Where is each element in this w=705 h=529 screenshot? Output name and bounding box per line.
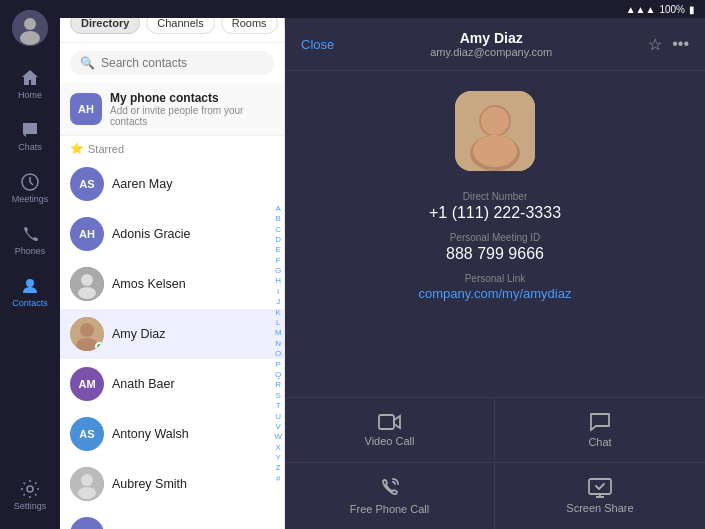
detail-header: Close Amy Diaz amy.diaz@company.com ☆ ••… xyxy=(285,18,705,71)
list-item[interactable]: Amos Kelsen xyxy=(60,259,284,309)
svg-point-2 xyxy=(20,31,40,45)
svg-rect-21 xyxy=(589,479,611,494)
direct-number-label: Direct Number xyxy=(429,191,561,202)
contact-name: Adonis Gracie xyxy=(112,227,191,241)
avatar: AH xyxy=(70,217,104,251)
meeting-id-label: Personal Meeting ID xyxy=(446,232,544,243)
more-options-icon[interactable]: ••• xyxy=(672,35,689,53)
contact-list: AS Aaren May AH Adonis Gracie Amos Kelse… xyxy=(60,159,284,529)
contact-name: Amy Diaz xyxy=(112,327,165,341)
personal-link-value[interactable]: company.com/my/amydiaz xyxy=(419,286,572,301)
svg-point-13 xyxy=(81,474,93,486)
list-item[interactable]: AM Anath Baer xyxy=(60,359,284,409)
favorite-icon[interactable]: ☆ xyxy=(648,35,662,54)
nav-label-chats: Chats xyxy=(18,142,42,152)
phone-contacts-avatar: AH xyxy=(70,93,102,125)
contact-title-area: Amy Diaz amy.diaz@company.com xyxy=(334,30,648,58)
personal-link-label: Personal Link xyxy=(419,273,572,284)
screen-share-label: Screen Share xyxy=(566,502,633,514)
avatar: AM xyxy=(70,367,104,401)
phone-contacts-banner[interactable]: AH My phone contacts Add or invite peopl… xyxy=(60,83,284,136)
nav-label-contacts: Contacts xyxy=(12,298,48,308)
nav-label-meetings: Meetings xyxy=(12,194,49,204)
avatar: AS xyxy=(70,417,104,451)
status-bar: ▲▲▲ 100% ▮ xyxy=(60,0,705,18)
avatar xyxy=(70,317,104,351)
list-item[interactable]: AH Adonis Gracie xyxy=(60,209,284,259)
contact-name: Antony Walsh xyxy=(112,427,189,441)
svg-point-14 xyxy=(78,487,96,499)
chat-button[interactable]: Chat xyxy=(495,398,705,463)
avatar xyxy=(70,267,104,301)
profile-photo xyxy=(455,91,535,171)
phone-contacts-subtitle: Add or invite people from your contacts xyxy=(110,105,274,127)
list-item[interactable]: AS Aaren May xyxy=(60,159,284,209)
detail-panel: Close Amy Diaz amy.diaz@company.com ☆ ••… xyxy=(285,0,705,529)
list-item[interactable]: AS Antony Walsh xyxy=(60,409,284,459)
list-item[interactable]: AA Archer Edward xyxy=(60,509,284,529)
alphabet-index: A B C D E F G H I J K L M N O P Q R S T … xyxy=(274,159,282,529)
avatar xyxy=(70,467,104,501)
contact-name: Aubrey Smith xyxy=(112,477,187,491)
nav-item-chats[interactable]: Chats xyxy=(0,112,60,160)
profile-info: Direct Number +1 (111) 222-3333 Personal… xyxy=(305,191,685,301)
contact-name: Aaren May xyxy=(112,177,172,191)
nav-item-phones[interactable]: Phones xyxy=(0,216,60,264)
svg-point-10 xyxy=(80,323,94,337)
profile-section: Direct Number +1 (111) 222-3333 Personal… xyxy=(285,71,705,397)
avatar: AA xyxy=(70,517,104,529)
meeting-id-value: 888 799 9666 xyxy=(446,245,544,263)
nav-item-contacts[interactable]: Contacts xyxy=(0,268,60,316)
avatar: AS xyxy=(70,167,104,201)
svg-point-4 xyxy=(26,279,34,287)
nav-item-meetings[interactable]: Meetings xyxy=(0,164,60,212)
svg-point-8 xyxy=(78,287,96,299)
contact-name: Amos Kelsen xyxy=(112,277,186,291)
svg-point-1 xyxy=(24,18,36,30)
personal-link-item: Personal Link company.com/my/amydiaz xyxy=(419,273,572,301)
contact-detail-name: Amy Diaz xyxy=(334,30,648,46)
star-icon: ⭐ xyxy=(70,142,84,155)
svg-rect-20 xyxy=(379,415,394,429)
phone-contacts-title: My phone contacts xyxy=(110,91,274,105)
direct-number-item: Direct Number +1 (111) 222-3333 xyxy=(429,191,561,222)
video-call-button[interactable]: Video Call xyxy=(285,398,495,463)
starred-section-label: ⭐ Starred xyxy=(60,136,284,159)
svg-point-19 xyxy=(473,135,517,167)
search-icon: 🔍 xyxy=(80,56,95,70)
contact-detail-email: amy.diaz@company.com xyxy=(334,46,648,58)
list-item[interactable]: Amy Diaz xyxy=(60,309,284,359)
list-item[interactable]: Aubrey Smith xyxy=(60,459,284,509)
battery-label: 100% xyxy=(659,4,685,15)
directory-panel: Directory Channels Rooms + 🔍 AH My phone… xyxy=(60,0,285,529)
battery-icon: ▮ xyxy=(689,4,695,15)
search-input[interactable] xyxy=(101,56,264,70)
screen-share-button[interactable]: Screen Share xyxy=(495,463,705,529)
video-call-label: Video Call xyxy=(365,435,415,447)
close-button[interactable]: Close xyxy=(301,37,334,52)
contact-name: Anath Baer xyxy=(112,377,175,391)
signal-icon: ▲▲▲ xyxy=(626,4,656,15)
search-bar: 🔍 xyxy=(70,51,274,75)
nav-item-settings[interactable]: Settings xyxy=(0,471,60,519)
meeting-id-item: Personal Meeting ID 888 799 9666 xyxy=(446,232,544,263)
nav-sidebar: Home Chats Meetings Phones Contacts Sett… xyxy=(0,0,60,529)
svg-point-18 xyxy=(481,107,509,135)
nav-label-phones: Phones xyxy=(15,246,46,256)
nav-label-settings: Settings xyxy=(14,501,47,511)
direct-number-value: +1 (111) 222-3333 xyxy=(429,204,561,222)
free-phone-call-label: Free Phone Call xyxy=(350,503,430,515)
nav-label-home: Home xyxy=(18,90,42,100)
nav-item-home[interactable]: Home xyxy=(0,60,60,108)
svg-point-5 xyxy=(27,486,33,492)
chat-label: Chat xyxy=(588,436,611,448)
svg-point-7 xyxy=(81,274,93,286)
action-bar: Video Call Chat Free Phone Call Screen S… xyxy=(285,397,705,529)
free-phone-call-button[interactable]: Free Phone Call xyxy=(285,463,495,529)
user-avatar[interactable] xyxy=(12,10,48,46)
